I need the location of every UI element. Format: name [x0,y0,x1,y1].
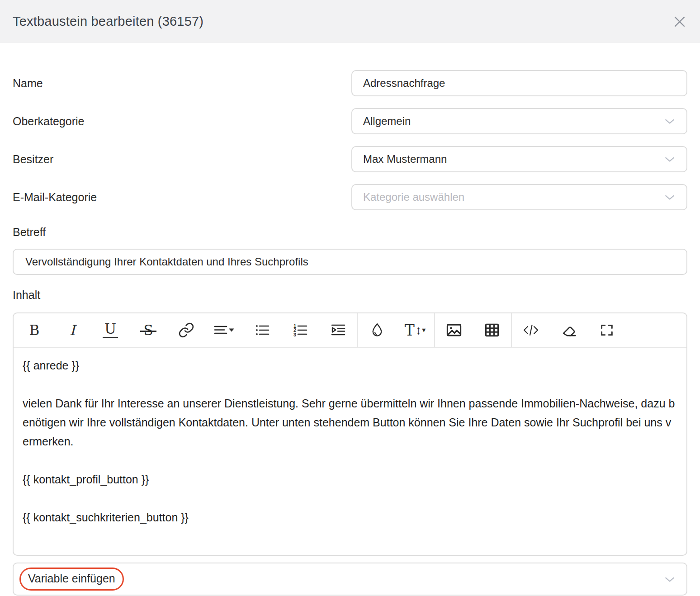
oberkategorie-row: Oberkategorie Allgemein [13,108,687,134]
svg-text:3: 3 [293,332,296,337]
ordered-list-button[interactable]: 1 2 3 [281,313,319,347]
link-icon [178,322,194,338]
code-button[interactable] [512,313,550,347]
underline-button[interactable]: U [91,313,129,347]
indent-icon [331,322,346,338]
email-kategorie-select[interactable]: Kategorie auswählen [351,184,687,210]
table-button[interactable] [473,313,511,347]
eraser-icon [560,322,577,339]
underline-icon: U [103,322,118,338]
fullscreen-icon [599,322,615,338]
chevron-down-icon [663,114,676,128]
font-size-icon: T ↕ ▾ [405,323,426,338]
editor-toolbar: B I U S [14,313,686,348]
dialog-title: Textbaustein bearbeiten (36157) [13,14,203,29]
bold-icon: B [29,323,40,337]
besitzer-label: Besitzer [13,153,351,166]
ordered-list-icon: 1 2 3 [293,322,308,338]
code-icon [522,322,540,338]
link-button[interactable] [167,313,205,347]
unordered-list-icon [255,322,270,338]
besitzer-select[interactable]: Max Mustermann [351,146,687,172]
font-size-button[interactable]: T ↕ ▾ [396,313,434,347]
editor-paragraph: vielen Dank für Ihr Interesse an unserer… [23,394,677,451]
variable-select-label: Variable einfügen [28,572,115,585]
annotation-highlight: Variable einfügen [19,568,124,591]
color-button[interactable] [358,313,396,347]
align-left-icon [213,322,235,338]
email-kategorie-placeholder: Kategorie auswählen [363,191,464,203]
editor-paragraph: {{ kontakt_profil_button }} [23,470,677,489]
strikethrough-icon: S [142,323,154,337]
indent-button[interactable] [319,313,357,347]
image-icon [445,322,463,339]
oberkategorie-label: Oberkategorie [13,115,351,128]
betreff-label: Betreff [13,226,687,239]
editor-paragraph: {{ anrede }} [23,356,677,375]
image-button[interactable] [435,313,473,347]
variable-select[interactable]: Variable einfügen [13,563,687,596]
betreff-input[interactable] [13,249,687,275]
oberkategorie-select[interactable]: Allgemein [351,108,687,134]
name-row: Name [13,70,687,96]
color-drop-icon [369,322,385,338]
fullscreen-button[interactable] [588,313,626,347]
eraser-button[interactable] [550,313,588,347]
textbaustein-dialog: Textbaustein bearbeiten (36157) Name Obe… [0,0,700,596]
name-label: Name [13,77,351,90]
chevron-down-icon [663,190,676,204]
editor-paragraph: {{ kontakt_suchkriterien_button }} [23,508,677,527]
editor-content[interactable]: {{ anrede }} vielen Dank für Ihr Interes… [14,348,686,555]
table-icon [484,322,500,338]
chevron-down-icon [663,572,676,586]
close-icon [672,14,687,29]
email-kategorie-label: E-Mail-Kategorie [13,191,351,204]
email-kategorie-row: E-Mail-Kategorie Kategorie auswählen [13,184,687,210]
align-button[interactable] [205,313,243,347]
unordered-list-button[interactable] [243,313,281,347]
italic-icon: I [70,323,75,337]
content-editor: B I U S [13,312,687,556]
form: Name Oberkategorie Allgemein Besitzer Ma… [0,70,700,596]
chevron-down-icon [663,152,676,166]
inhalt-label: Inhalt [13,289,687,302]
besitzer-value: Max Mustermann [363,153,447,166]
name-input[interactable] [351,70,687,96]
oberkategorie-value: Allgemein [363,115,411,128]
italic-button[interactable]: I [53,313,91,347]
bold-button[interactable]: B [15,313,53,347]
close-button[interactable] [672,14,687,29]
besitzer-row: Besitzer Max Mustermann [13,146,687,172]
strikethrough-button[interactable]: S [129,313,167,347]
dialog-header: Textbaustein bearbeiten (36157) [0,0,700,43]
